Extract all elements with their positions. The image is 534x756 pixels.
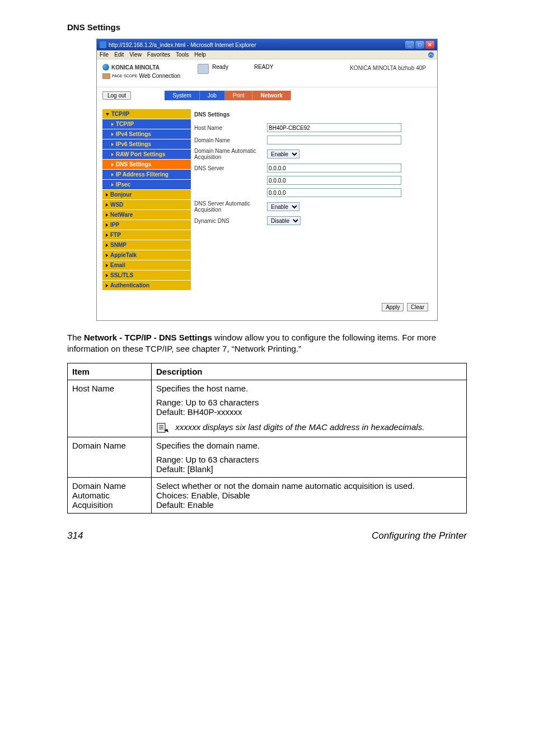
- input-dns-server-1[interactable]: [267, 164, 401, 172]
- sidebar-item-ipv4[interactable]: IPv4 Settings: [102, 129, 191, 139]
- sidebar-item-ipv6[interactable]: IPv6 Settings: [102, 139, 191, 149]
- td-item-2: Domain Name Automatic Acquisition: [68, 477, 152, 513]
- brand-name: KONICA MINOLTA: [111, 64, 160, 71]
- info-table: Item Description Host Name Specifies the…: [67, 363, 467, 514]
- page-number: 314: [67, 530, 83, 542]
- sidebar-group-appletalk[interactable]: AppleTalk: [102, 250, 191, 260]
- close-button[interactable]: ✕: [425, 41, 434, 49]
- logout-button[interactable]: Log out: [102, 91, 131, 100]
- sidebar-group-tcpip[interactable]: TCP/IP: [102, 109, 191, 119]
- logout-row: Log out System Job Print Network: [97, 87, 437, 106]
- device-name: KONICA MINOLTA bizhub 40P: [350, 65, 426, 71]
- menu-file[interactable]: File: [100, 52, 109, 58]
- header-band: KONICA MINOLTA PAGE SCOPE Web Connection…: [97, 59, 437, 87]
- input-dns-server-3[interactable]: [267, 188, 401, 197]
- input-domain-name[interactable]: [267, 136, 401, 144]
- sidebar-item-raw[interactable]: RAW Port Settings: [102, 150, 191, 159]
- sidebar-group-wsd[interactable]: WSD: [102, 200, 191, 209]
- td-desc-0: Specifies the host name. Range: Up to 63…: [152, 380, 467, 437]
- tab-print[interactable]: Print: [225, 91, 253, 100]
- sidebar-group-snmp[interactable]: SNMP: [102, 240, 191, 250]
- svg-point-0: [428, 52, 434, 58]
- sidebar-group-email[interactable]: Email: [102, 260, 191, 270]
- section-heading: DNS Settings: [67, 22, 467, 32]
- menu-tools[interactable]: Tools: [176, 52, 189, 58]
- sidebar-group-bonjour[interactable]: Bonjour: [102, 190, 191, 199]
- sidebar-item-tcpip[interactable]: TCP/IP: [102, 119, 191, 129]
- tab-network[interactable]: Network: [252, 91, 291, 100]
- note-icon: [156, 422, 171, 433]
- footer-buttons: Apply Clear: [97, 296, 437, 320]
- body-paragraph: The Network - TCP/IP - DNS Settings wind…: [67, 332, 467, 355]
- footer-title: Configuring the Printer: [372, 530, 467, 542]
- sidebar-group-netware[interactable]: NetWare: [102, 210, 191, 220]
- tab-system[interactable]: System: [165, 91, 199, 100]
- td-item-1: Domain Name: [68, 437, 152, 477]
- minimize-button[interactable]: _: [405, 41, 414, 49]
- printer-icon: [198, 64, 209, 74]
- titlebar: http://192.168.1.2/a_index.html - Micros…: [97, 39, 437, 50]
- page-scope: PAGE SCOPE Web Connection: [102, 73, 198, 79]
- select-domain-auto[interactable]: Enable: [267, 150, 299, 158]
- menu-help[interactable]: Help: [194, 52, 206, 58]
- menu-edit[interactable]: Edit: [114, 52, 124, 58]
- page-scope-label: Web Connection: [139, 73, 180, 79]
- note-text: xxxxxx displays six last digits of the M…: [175, 422, 424, 432]
- menubar: File Edit View Favorites Tools Help: [97, 50, 437, 59]
- svg-rect-1: [157, 423, 165, 432]
- select-dns-auto[interactable]: Enable: [267, 202, 299, 211]
- page-scope-icon: [102, 73, 110, 79]
- label-domain-auto: Domain Name Automatic Acquisition: [194, 148, 267, 160]
- ie-icon: [100, 41, 106, 48]
- menu-view[interactable]: View: [129, 52, 142, 58]
- sidebar-group-ssltls[interactable]: SSL/TLS: [102, 270, 191, 280]
- menu-favorites[interactable]: Favorites: [147, 52, 170, 58]
- screenshot-window: http://192.168.1.2/a_index.html - Micros…: [96, 39, 438, 321]
- label-dns-auto: DNS Server Automatic Acquisition: [194, 200, 267, 213]
- label-host-name: Host Name: [194, 125, 267, 131]
- label-dns-server: DNS Server: [194, 165, 267, 171]
- status-ready-label: Ready: [212, 64, 228, 70]
- td-desc-1: Specifies the domain name. Range: Up to …: [152, 437, 467, 477]
- tabs: System Job Print Network: [165, 91, 291, 100]
- sidebar-item-dns[interactable]: DNS Settings: [102, 160, 191, 169]
- td-item-0: Host Name: [68, 380, 152, 437]
- brand-logo: KONICA MINOLTA: [102, 64, 198, 71]
- status-ready: READY: [254, 64, 273, 70]
- window-title: http://192.168.1.2/a_index.html - Micros…: [109, 42, 256, 48]
- select-dynamic-dns[interactable]: Disable: [267, 216, 301, 225]
- sidebar-group-auth[interactable]: Authentication: [102, 281, 191, 290]
- clear-button[interactable]: Clear: [407, 303, 428, 311]
- content-panel: DNS Settings Host Name Domain Name Domai…: [194, 109, 432, 291]
- main-area: TCP/IP TCP/IP IPv4 Settings IPv6 Setting…: [97, 106, 437, 296]
- page-scope-prefix: PAGE SCOPE: [112, 74, 137, 78]
- page-footer: 314 Configuring the Printer: [67, 530, 467, 542]
- th-item: Item: [68, 363, 152, 380]
- sidebar-item-ipfilter[interactable]: IP Address Filtering: [102, 170, 191, 179]
- sidebar-group-ipp[interactable]: IPP: [102, 220, 191, 230]
- sidebar-item-ipsec[interactable]: IPsec: [102, 180, 191, 189]
- tab-job[interactable]: Job: [200, 91, 225, 100]
- th-desc: Description: [152, 363, 467, 380]
- label-dynamic-dns: Dynamic DNS: [194, 218, 267, 224]
- input-dns-server-2[interactable]: [267, 176, 401, 185]
- maximize-button[interactable]: □: [415, 41, 424, 49]
- input-host-name[interactable]: [267, 123, 401, 132]
- window-buttons: _ □ ✕: [405, 41, 434, 49]
- sidebar: TCP/IP TCP/IP IPv4 Settings IPv6 Setting…: [102, 109, 191, 291]
- td-desc-2: Select whether or not the domain name au…: [152, 477, 467, 513]
- label-domain-name: Domain Name: [194, 137, 267, 143]
- brand-circle-icon: [102, 64, 109, 71]
- content-title: DNS Settings: [194, 109, 432, 123]
- apply-button[interactable]: Apply: [382, 303, 404, 311]
- ie-logo-icon: [427, 51, 435, 59]
- sidebar-group-ftp[interactable]: FTP: [102, 230, 191, 240]
